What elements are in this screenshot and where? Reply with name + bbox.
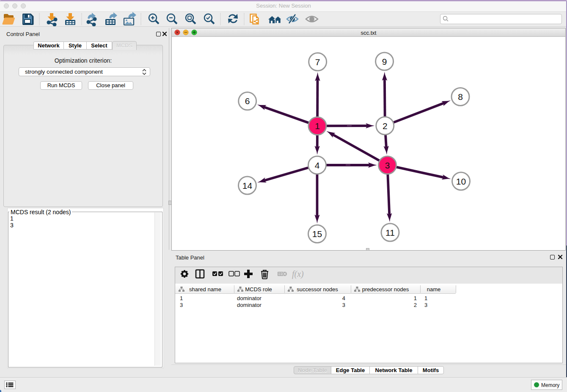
svg-text:6: 6 — [245, 96, 250, 106]
svg-text:8: 8 — [458, 92, 463, 102]
svg-text:MCDS role: MCDS role — [245, 286, 272, 293]
svg-text:successor nodes: successor nodes — [297, 286, 338, 293]
svg-text:1: 1 — [315, 121, 320, 131]
svg-text:9: 9 — [382, 57, 387, 66]
svg-text:shared name: shared name — [189, 286, 221, 293]
svg-text:15: 15 — [312, 229, 322, 239]
svg-text:7: 7 — [315, 57, 320, 67]
svg-text:11: 11 — [385, 228, 395, 237]
svg-text:predecessor nodes: predecessor nodes — [362, 286, 409, 293]
svg-text:14: 14 — [242, 181, 253, 190]
svg-text:name: name — [427, 286, 441, 293]
svg-text:f(x): f(x) — [292, 269, 304, 279]
svg-text:4: 4 — [315, 160, 320, 170]
svg-text:10: 10 — [456, 177, 466, 186]
svg-text:2: 2 — [383, 121, 388, 131]
svg-text:3: 3 — [385, 160, 390, 170]
